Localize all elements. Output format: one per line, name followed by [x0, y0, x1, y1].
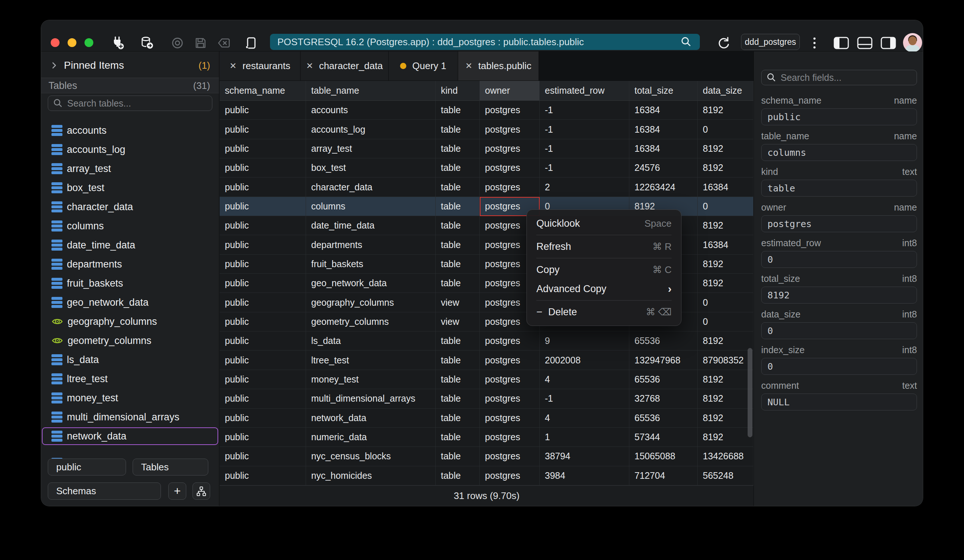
cell-schema_name[interactable]: public — [220, 370, 306, 389]
cell-data_size[interactable]: 8192 — [698, 428, 754, 447]
cell-owner[interactable]: postgres — [480, 350, 540, 370]
column-header-kind[interactable]: kind — [436, 81, 480, 101]
minimize-window-button[interactable] — [68, 38, 77, 47]
cell-estimated_row[interactable]: -1 — [540, 389, 629, 408]
cell-kind[interactable]: table — [436, 120, 480, 139]
cell-schema_name[interactable]: public — [220, 197, 306, 216]
cell-table_name[interactable]: ltree_test — [306, 350, 436, 370]
cell-estimated_row[interactable]: 4 — [540, 370, 629, 389]
cell-table_name[interactable]: ls_data — [306, 331, 436, 350]
cell-kind[interactable]: table — [436, 409, 480, 428]
open-database-button[interactable] — [139, 35, 155, 51]
cell-table_name[interactable]: numeric_data — [306, 428, 436, 447]
tab-query-1[interactable]: Query 1 — [389, 51, 458, 80]
new-connection-button[interactable] — [109, 35, 125, 51]
cell-kind[interactable]: table — [436, 101, 480, 120]
tab-close-icon[interactable]: ✕ — [306, 61, 313, 71]
cell-kind[interactable]: table — [436, 466, 480, 485]
connection-url-bar[interactable]: POSTGRESQL 16.2 (Postgres.app) : ddd_pos… — [270, 34, 700, 50]
field-value[interactable]: NULL — [761, 394, 917, 410]
cell-table_name[interactable]: character_data — [306, 177, 436, 197]
field-value[interactable]: 0 — [761, 322, 917, 339]
cell-schema_name[interactable]: public — [220, 158, 306, 177]
sidebar-item-box_test[interactable]: box_test — [41, 178, 219, 197]
more-options-button[interactable] — [809, 35, 820, 51]
cell-estimated_row[interactable]: -1 — [540, 120, 629, 139]
cell-data_size[interactable]: 16384 — [698, 235, 754, 254]
sidebar-item-departments[interactable]: departments — [41, 255, 219, 274]
cell-table_name[interactable]: box_test — [306, 158, 436, 177]
preview-button[interactable] — [169, 35, 186, 51]
cell-data_size[interactable]: 16384 — [698, 177, 754, 197]
cell-schema_name[interactable]: public — [220, 428, 306, 447]
cell-total_size[interactable]: 15065088 — [629, 447, 698, 466]
field-value[interactable]: public — [761, 108, 917, 125]
cell-schema_name[interactable]: public — [220, 177, 306, 197]
cell-table_name[interactable]: money_test — [306, 370, 436, 389]
cell-data_size[interactable]: 8192 — [698, 216, 754, 235]
sidebar-item-geography_columns[interactable]: geography_columns — [41, 312, 219, 331]
cell-total_size[interactable]: 16384 — [629, 101, 698, 120]
cell-estimated_row[interactable]: -1 — [540, 139, 629, 158]
cell-data_size[interactable]: 8192 — [698, 158, 754, 177]
cell-total_size[interactable]: 65536 — [629, 331, 698, 350]
cell-kind[interactable]: table — [436, 216, 480, 235]
cell-schema_name[interactable]: public — [220, 350, 306, 370]
cell-estimated_row[interactable]: -1 — [540, 158, 629, 177]
cell-kind[interactable]: table — [436, 447, 480, 466]
cell-kind[interactable]: table — [436, 197, 480, 216]
cell-table_name[interactable]: departments — [306, 235, 436, 254]
close-window-button[interactable] — [51, 38, 60, 47]
cell-estimated_row[interactable]: 4 — [540, 409, 629, 428]
cell-schema_name[interactable]: public — [220, 274, 306, 293]
cell-estimated_row[interactable]: 2002008 — [540, 350, 629, 370]
cell-data_size[interactable]: 565248 — [698, 466, 754, 485]
sidebar-item-fruit_baskets[interactable]: fruit_baskets — [41, 274, 219, 293]
cell-owner[interactable]: postgres — [480, 466, 540, 485]
field-value[interactable]: postgres — [761, 215, 917, 232]
cell-data_size[interactable]: 8192 — [698, 255, 754, 274]
cell-data_size[interactable]: 8192 — [698, 370, 754, 389]
cell-estimated_row[interactable]: -1 — [540, 101, 629, 120]
tab-restaurants[interactable]: ✕restaurants — [220, 51, 301, 80]
cell-schema_name[interactable]: public — [220, 331, 306, 350]
cell-data_size[interactable]: 8192 — [698, 274, 754, 293]
user-avatar[interactable] — [903, 33, 922, 52]
connection-name-button[interactable]: ddd_postgres — [741, 34, 800, 50]
cell-table_name[interactable]: geometry_columns — [306, 313, 436, 331]
schemas-button[interactable]: Schemas — [48, 482, 161, 500]
cell-total_size[interactable]: 65536 — [629, 409, 698, 428]
cell-owner[interactable]: postgres — [480, 428, 540, 447]
cell-total_size[interactable]: 16384 — [629, 139, 698, 158]
cell-total_size[interactable]: 712704 — [629, 466, 698, 485]
sidebar-item-accounts_log[interactable]: accounts_log — [41, 140, 219, 159]
cell-table_name[interactable]: nyc_homicides — [306, 466, 436, 485]
cell-kind[interactable]: view — [436, 313, 480, 331]
cell-kind[interactable]: table — [436, 235, 480, 254]
cell-data_size[interactable]: 8192 — [698, 409, 754, 428]
cell-schema_name[interactable]: public — [220, 120, 306, 139]
cell-estimated_row[interactable]: 38794 — [540, 447, 629, 466]
toggle-bottom-panel-button[interactable] — [857, 35, 873, 51]
menu-item-delete[interactable]: −Delete⌘ ⌫ — [527, 303, 681, 322]
menu-item-quicklook[interactable]: QuicklookSpace — [527, 214, 681, 233]
sidebar-item-accounts[interactable]: accounts — [41, 121, 219, 140]
cell-schema_name[interactable]: public — [220, 216, 306, 235]
cell-estimated_row[interactable]: 3984 — [540, 466, 629, 485]
cell-owner[interactable]: postgres — [480, 331, 540, 350]
cell-data_size[interactable]: 87908352 — [698, 350, 754, 370]
cell-owner[interactable]: postgres — [480, 120, 540, 139]
column-header-estimated_row[interactable]: estimated_row — [540, 81, 629, 101]
field-value[interactable]: 0 — [761, 358, 917, 375]
schema-selector-button[interactable]: public — [48, 459, 126, 475]
field-value[interactable]: 8192 — [761, 287, 917, 303]
cell-table_name[interactable]: accounts — [306, 101, 436, 120]
sidebar-item-ls_data[interactable]: ls_data — [41, 350, 219, 369]
structure-view-button[interactable] — [192, 482, 210, 500]
cell-kind[interactable]: table — [436, 255, 480, 274]
cell-owner[interactable]: postgres — [480, 101, 540, 120]
menu-item-copy[interactable]: Copy⌘ C — [527, 260, 681, 279]
menu-item-refresh[interactable]: Refresh⌘ R — [527, 237, 681, 256]
column-header-total_size[interactable]: total_size — [629, 81, 698, 101]
sidebar-item-columns[interactable]: columns — [41, 217, 219, 236]
